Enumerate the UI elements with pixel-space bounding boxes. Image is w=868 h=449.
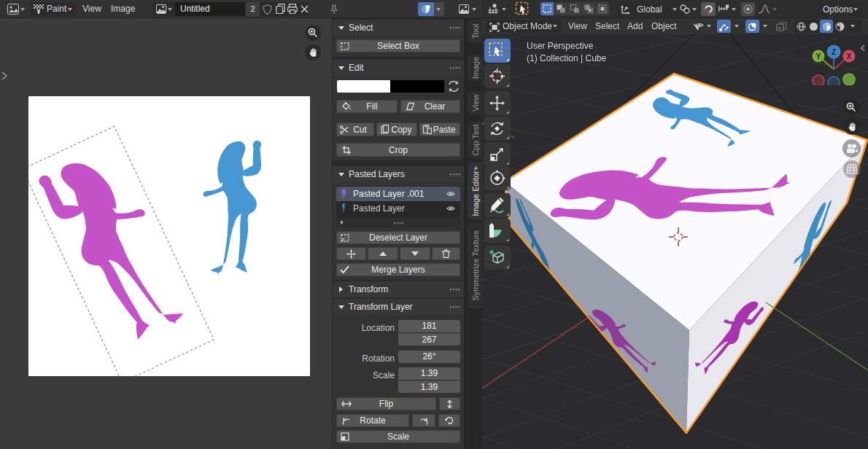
svg-text:Z: Z xyxy=(832,48,836,56)
svg-text:Y: Y xyxy=(816,52,821,60)
svg-text:X: X xyxy=(847,52,852,60)
